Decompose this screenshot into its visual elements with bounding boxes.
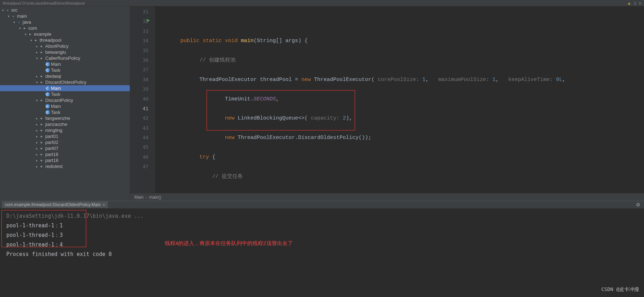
package-icon: ▸ [39, 50, 45, 54]
tree-item-part16[interactable]: ▸▸part16 [0, 151, 130, 157]
package-icon: ▸ [39, 122, 45, 127]
tree-item-discardpolicy[interactable]: ▾▸DiscardPolicy [0, 97, 130, 103]
package-icon: ▸ [39, 116, 45, 121]
class-icon: C [45, 110, 50, 115]
tree-item-threadpool[interactable]: ▾▸threadpool [0, 37, 130, 43]
watermark: CSDN @皮卡冲撞 [601, 285, 639, 294]
class-icon: C [45, 92, 50, 97]
breadcrumb-item[interactable]: Main [134, 195, 144, 200]
run-config-label: com.example.threadpool.DiscardOldestPoli… [5, 202, 101, 207]
package-icon: ▸ [39, 146, 45, 151]
tree-item-class[interactable]: CTask [0, 91, 130, 97]
class-icon: C [45, 86, 50, 91]
tree-item-part07[interactable]: ▸▸part07 [0, 145, 130, 151]
class-icon: C [45, 62, 50, 66]
tree-item-class[interactable]: CTask [0, 67, 130, 73]
folder-icon: ▪ [11, 14, 16, 18]
package-icon: ▸ [22, 26, 28, 30]
package-icon: ▸ [33, 38, 39, 42]
console-output[interactable]: D:\javaSetting\jdk-11.0.17\bin\java.exe … [0, 209, 644, 297]
package-icon: ▸ [39, 98, 45, 103]
tree-item-com[interactable]: ▾▸com [0, 25, 130, 31]
breadcrumb[interactable]: Main › main() [130, 193, 644, 201]
gear-icon[interactable]: ⚙ [636, 202, 640, 208]
package-icon: ▸ [39, 80, 45, 85]
tree-item-part01[interactable]: ▸▸part01 [0, 133, 130, 139]
package-icon: ▸ [39, 74, 45, 78]
menu-icon[interactable]: ≡ [639, 1, 641, 5]
annotation-text: 线程4的进入，将原本在任务队列中的线程2顶替出去了 [165, 238, 293, 248]
tree-item-example[interactable]: ▾▸example [0, 31, 130, 37]
run-gutter-icon[interactable]: ▶ [147, 18, 150, 23]
close-icon[interactable]: × [103, 203, 105, 207]
tree-item-discardoldestpolicy[interactable]: ▾▸DiscardOldestPolicy [0, 79, 130, 85]
package-icon: ▸ [39, 152, 45, 157]
code-editor[interactable]: 3132333435363738394041424344454647 publi… [130, 6, 644, 201]
package-icon: ▸ [39, 44, 45, 48]
package-icon: ▸ [39, 140, 45, 145]
tree-item-diedaiqi[interactable]: ▸▸diedaiqi [0, 73, 130, 79]
tree-item-main[interactable]: ▾▪main [0, 13, 130, 19]
package-icon: ▸ [39, 128, 45, 133]
warning-count: 1 [634, 1, 636, 5]
tree-item-jianzaozhe[interactable]: ▸▸jianzaozhe [0, 121, 130, 127]
tree-item-callerrunspolicy[interactable]: ▾▸CallerRunsPolicy [0, 55, 130, 61]
folder-icon: ▪ [5, 8, 11, 12]
title-strip: threadpool D:\only-java\threadDemo\threa… [0, 0, 644, 6]
tree-item-class-selected[interactable]: CMain [0, 85, 130, 91]
tree-item-redistest[interactable]: ▸▸redistest [0, 163, 130, 169]
tree-item-fangwenzhe[interactable]: ▸▸fangwenzhe [0, 115, 130, 121]
run-tab[interactable]: com.example.threadpool.DiscardOldestPoli… [2, 202, 108, 208]
package-icon: ▸ [39, 158, 45, 163]
code-area[interactable]: public static void main(String[] args) {… [155, 6, 644, 193]
package-icon: ▸ [28, 32, 33, 36]
tree-item-beiwanglu[interactable]: ▸▸beiwanglu [0, 49, 130, 55]
class-icon: C [45, 104, 50, 109]
package-icon: ▸ [39, 134, 45, 139]
tree-item-class[interactable]: CMain [0, 103, 130, 109]
package-icon: ▸ [39, 56, 45, 60]
tree-item-class[interactable]: CMain [0, 61, 130, 67]
breadcrumb-item[interactable]: main() [149, 195, 161, 200]
console-exit-line: Process finished with exit code 0 [6, 250, 644, 259]
tree-item-part18[interactable]: ▸▸part18 [0, 157, 130, 163]
tree-item-src[interactable]: ▾▪src [0, 7, 130, 13]
tree-item-java[interactable]: ▾▪java [0, 19, 130, 25]
run-tab-strip: com.example.threadpool.DiscardOldestPoli… [0, 201, 644, 209]
line-gutter: 3132333435363738394041424344454647 [130, 6, 155, 193]
console-line: pool-1-thread-1：4 [6, 240, 644, 250]
tree-item-mingling[interactable]: ▸▸mingling [0, 127, 130, 133]
console-line: pool-1-thread-1：3 [6, 231, 644, 240]
project-tree[interactable]: ▾▪src ▾▪main ▾▪java ▾▸com ▾▸example ▾▸th… [0, 6, 130, 201]
project-path: threadpool D:\only-java\threadDemo\threa… [3, 1, 85, 5]
tree-item-part02[interactable]: ▸▸part02 [0, 139, 130, 145]
tree-item-class[interactable]: CTask [0, 109, 130, 115]
class-icon: C [45, 68, 50, 72]
package-icon: ▸ [39, 164, 45, 169]
console-line: pool-1-thread-1：1 [6, 221, 644, 231]
tree-item-abortpolicy[interactable]: ▸▸AbortPolicy [0, 43, 130, 49]
warning-icon[interactable]: ▲ [627, 1, 631, 5]
console-line: D:\javaSetting\jdk-11.0.17\bin\java.exe … [6, 211, 644, 221]
folder-icon: ▪ [16, 20, 22, 24]
